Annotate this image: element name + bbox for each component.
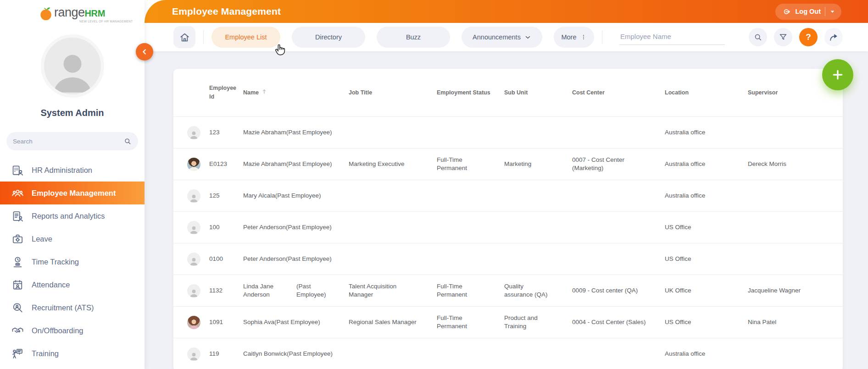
plus-icon [831,68,845,82]
cell-job: Marketing Executive [349,160,437,168]
employee-name-search [619,30,725,45]
sidebar-item-label: On/Offboarding [32,326,83,335]
column-header-sub-unit[interactable]: Sub Unit [504,89,572,96]
tab-buzz[interactable]: Buzz [377,27,450,48]
brand-word-prefix: range [54,6,85,20]
cell-location: US Office [665,223,748,231]
home-button[interactable] [173,26,195,48]
cell-status: Full-Time Permanent [437,314,504,330]
cell-status: Full-Time Permanent [437,282,504,299]
chevron-down-icon [524,34,531,41]
column-header-employee-id[interactable]: Employee Id [209,84,243,102]
search-button[interactable] [749,28,767,46]
column-header-cost-center[interactable]: Cost Center [572,89,665,96]
table-row[interactable]: E0123Mazie Abraham(Past Employee)Marketi… [173,148,843,180]
table-row[interactable]: 1091Sophia Ava(Past Employee)Regional Sa… [173,306,843,338]
cell-id: 1091 [209,318,243,326]
cell-location: Australia office [665,128,748,137]
cell-supervisor: Jacqueline Wagner [748,286,838,295]
help-button[interactable]: ? [799,28,818,46]
table-row[interactable]: 0100Peter Anderson(Past Employee)US Offi… [173,243,843,275]
sidebar-item-time-tracking[interactable]: Time Tracking [0,250,145,273]
sidebar-item-attendance[interactable]: Attendance [0,273,145,296]
add-employee-button[interactable] [822,59,853,90]
brand-word-suffix: HRM [84,8,105,19]
time-tracking-icon [11,256,24,268]
sidebar-item-reports-and-analytics[interactable]: Reports and Analytics [0,204,145,227]
person-silhouette-icon [189,225,199,234]
employee-avatar [187,316,200,329]
toolbar-icon-buttons: ? [749,28,843,46]
tab-label: Announcements [473,33,521,41]
brand-tagline: NEW LEVEL OF HR MANAGEMENT [79,20,133,23]
logout-divider [825,7,825,16]
logout-button[interactable]: Log Out [775,4,841,20]
cell-sub-unit: Quality assurance (QA) [504,282,572,299]
sidebar-item-leave[interactable]: Leave [0,227,145,250]
help-label: ? [806,32,811,42]
tab-employee-list[interactable]: Employee List [211,27,280,48]
sidebar-item-training[interactable]: Training [0,342,145,365]
top-header: Employee Management Log Out [145,0,868,23]
sidebar-item-hr-administration[interactable]: HR Administration [0,159,145,182]
cell-cost-center: 0004 - Cost Center (Sales) [572,318,665,326]
column-header-label: Name [243,89,259,96]
share-button[interactable] [824,28,843,46]
sidebar-item-label: Employee Management [32,189,116,198]
employee-avatar [187,284,200,297]
tab-label: Employee List [225,33,267,41]
cell-name: Mary Alcala(Past Employee) [243,192,349,200]
cell-name: Caitlyn Bonwick(Past Employee) [243,350,349,358]
sidebar-nav: HR AdministrationEmployee ManagementRepo… [0,159,145,365]
person-silhouette-icon [189,256,199,266]
tab-more[interactable]: More [554,27,594,48]
cell-job: Talent Acquisition Manager [349,282,437,299]
filter-button[interactable] [774,28,792,46]
person-silhouette-icon [189,130,199,139]
tab-label: Buzz [406,33,421,41]
cell-id: 123 [209,128,243,137]
column-header-location[interactable]: Location [665,89,748,96]
person-silhouette-icon [189,193,199,203]
cell-location: UK Office [665,286,748,295]
cell-location: Australia office [665,192,748,200]
employee-table-card: Employee IdNameJob TitleEmployment Statu… [173,69,843,369]
cell-sub-unit: Marketing [504,160,572,168]
sidebar-item-employee-management[interactable]: Employee Management [0,182,145,204]
cell-sub-unit: Product and Training [504,314,572,330]
cell-name: Peter Anderson(Past Employee) [243,223,349,231]
table-row[interactable]: 123Mazie Abraham(Past Employee)Australia… [173,116,843,148]
sidebar-search-input[interactable] [13,138,123,145]
search-icon [753,33,762,42]
cell-id: 119 [209,350,243,358]
sidebar-collapse-button[interactable] [136,43,153,61]
attendance-icon [11,279,24,291]
toolbar-divider [602,30,602,44]
cell-id: 125 [209,192,243,200]
employee-name-input[interactable] [619,30,725,45]
onboarding-icon [11,325,24,337]
tab-announcements[interactable]: Announcements [462,27,542,48]
sidebar-item-on-offboarding[interactable]: On/Offboarding [0,319,145,342]
sidebar-item-label: Leave [32,235,52,243]
employee-management-icon [11,187,24,199]
column-header-name[interactable]: Name [243,89,349,96]
employee-name: Linda Jane Anderson [243,282,289,299]
employee-avatar [187,189,200,203]
tab-label: More [561,33,576,41]
column-header-employment-status[interactable]: Employment Status [437,89,504,96]
column-header-supervisor[interactable]: Supervisor [748,89,838,96]
search-icon [123,137,132,145]
table-row[interactable]: 125Mary Alcala(Past Employee)Australia o… [173,180,843,211]
tab-directory[interactable]: Directory [292,27,365,48]
person-silhouette-icon [49,47,96,94]
table-row[interactable]: 100Peter Anderson(Past Employee)US Offic… [173,211,843,243]
logout-label: Log Out [795,8,821,15]
employee-avatar [187,158,200,171]
caret-down-icon[interactable] [829,9,835,15]
sidebar-item-recruitment-ats[interactable]: Recruitment (ATS) [0,296,145,319]
table-row[interactable]: 119Caitlyn Bonwick(Past Employee)Austral… [173,338,843,369]
column-header-job-title[interactable]: Job Title [349,89,437,96]
table-body: 123Mazie Abraham(Past Employee)Australia… [173,116,843,369]
table-row[interactable]: 1132Linda Jane Anderson(Past Employee)Ta… [173,275,843,306]
